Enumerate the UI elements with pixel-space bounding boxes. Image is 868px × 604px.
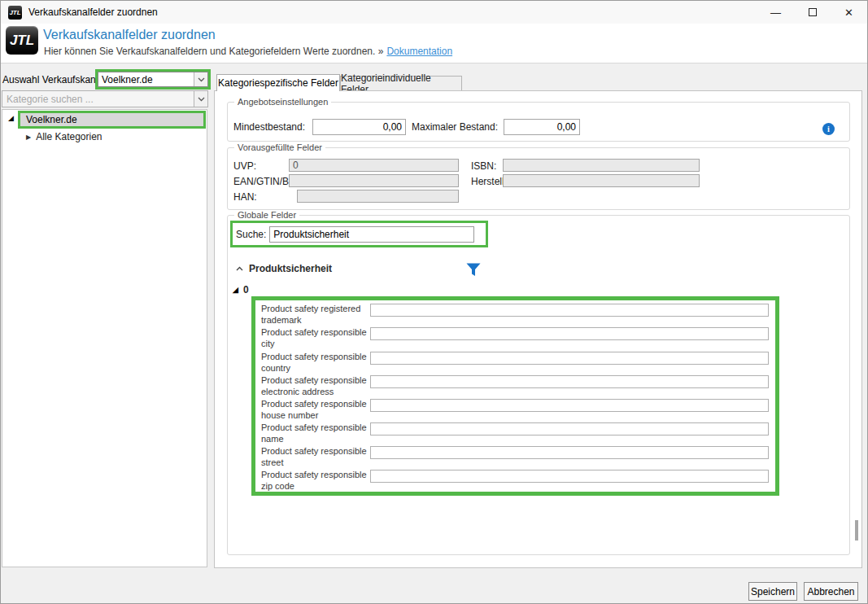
expanded-triangle-icon: ◢ <box>233 286 238 294</box>
field-row-responsible-country: Product safety responsible country <box>255 348 775 372</box>
section-produktsicherheit-label: Produktsicherheit <box>249 263 332 274</box>
isbn-label: ISBN: <box>471 160 496 172</box>
cancel-button[interactable]: Abbrechen <box>804 582 858 601</box>
product-safety-fields-highlight: Product safety registered trademark Prod… <box>251 296 779 496</box>
field-input-responsible-name[interactable] <box>370 422 769 435</box>
field-input-responsible-street[interactable] <box>370 446 769 459</box>
info-icon[interactable]: i <box>822 123 835 135</box>
field-input-responsible-zip-code[interactable] <box>370 470 769 483</box>
channel-dropdown-button[interactable] <box>194 72 207 86</box>
tree-collapsed-icon[interactable]: ▶ <box>26 133 31 141</box>
page-title: Verkaufskanalfelder zuordnen <box>43 28 216 42</box>
field-input-responsible-electronic-address[interactable] <box>370 375 769 388</box>
field-label: Product safety responsible country <box>261 351 373 374</box>
chevron-down-icon <box>198 97 205 102</box>
hersteller-input <box>503 174 700 187</box>
filter-icon[interactable] <box>466 263 481 277</box>
app-window: JTL Verkaufskanalfelder zuordnen — ✕ JTL… <box>0 0 868 604</box>
field-label: Product safety responsible city <box>261 326 373 350</box>
group-angebotseinstellungen-title: Angebotseinstellungen <box>234 97 331 107</box>
close-icon: ✕ <box>844 7 853 19</box>
window-title: Verkaufskanalfelder zuordnen <box>28 7 158 18</box>
header: JTL Verkaufskanalfelder zuordnen Hier kö… <box>1 24 867 63</box>
chevron-down-icon <box>198 77 205 82</box>
category-search-dropdown-button[interactable] <box>194 91 207 107</box>
ean-input <box>289 174 459 187</box>
minimize-icon: — <box>770 7 781 19</box>
category-tree: ◢ Voelkner.de ▶ Alle Kategorien <box>2 109 207 567</box>
section-produktsicherheit-header[interactable]: Produktsicherheit <box>236 263 332 274</box>
uvp-input <box>289 159 459 172</box>
isbn-input <box>503 159 700 172</box>
jtl-app-icon: JTL <box>8 6 22 20</box>
channel-select-combobox[interactable]: Voelkner.de <box>98 72 208 87</box>
field-label: Product safety responsible name <box>261 422 373 445</box>
category-search-input[interactable] <box>2 91 194 107</box>
group-globale-felder: Globale Felder Suche: Produktsicherheit … <box>227 215 850 555</box>
maximaler-bestand-label: Maximaler Bestand: <box>412 121 498 133</box>
jtl-logo: JTL <box>6 26 38 55</box>
tab-content-panel: Angebotseinstellungen Mindestbestand: Ma… <box>214 90 862 568</box>
documentation-link[interactable]: Dokumentation <box>386 46 452 57</box>
field-row-responsible-house-number: Product safety responsible house number <box>255 396 775 419</box>
tab-kategorieindividuelle-felder[interactable]: Kategorieindividuelle Felder <box>340 76 462 91</box>
group-angebotseinstellungen: Angebotseinstellungen Mindestbestand: Ma… <box>227 102 850 142</box>
minimize-button[interactable]: — <box>757 1 794 24</box>
field-label: Product safety registered trademark <box>261 303 373 326</box>
field-row-responsible-zip-code: Product safety responsible zip code <box>255 466 775 490</box>
page-subtitle: Hier können Sie Verkaufskanalfeldern und… <box>44 46 452 57</box>
channel-select-label: Auswahl Verkaufskanal: <box>2 74 106 85</box>
tree-item-alle-kategorien[interactable]: ▶ Alle Kategorien <box>26 131 103 142</box>
group-vorausgefuellte-felder: Vorausgefüllte Felder UVP: EAN/GTIN/Barc… <box>227 147 850 210</box>
field-input-responsible-city[interactable] <box>370 327 769 340</box>
uvp-label: UVP: <box>233 160 256 172</box>
tree-expanded-icon[interactable]: ◢ <box>8 114 14 122</box>
field-input-registered-trademark[interactable] <box>370 304 769 317</box>
field-row-responsible-city: Product safety responsible city <box>255 324 775 348</box>
section-zero-header[interactable]: ◢ 0 <box>233 284 249 295</box>
section-zero-label: 0 <box>243 284 249 295</box>
mindestbestand-label: Mindestbestand: <box>233 121 305 133</box>
suche-input[interactable] <box>269 226 474 243</box>
field-input-responsible-country[interactable] <box>370 352 769 365</box>
field-row-responsible-street: Product safety responsible street <box>255 443 775 466</box>
group-vorausgefuellte-felder-title: Vorausgefüllte Felder <box>234 142 325 152</box>
channel-select-highlight: Voelkner.de <box>95 69 211 90</box>
maximaler-bestand-input[interactable] <box>504 119 580 135</box>
tree-child-label: Alle Kategorien <box>36 131 102 142</box>
category-search-combobox[interactable] <box>2 90 208 107</box>
vertical-scrollbar-thumb[interactable] <box>855 520 858 541</box>
suche-label: Suche: <box>236 229 266 240</box>
suche-highlight: Suche: <box>230 221 488 247</box>
group-globale-felder-title: Globale Felder <box>234 210 299 220</box>
tab-kategoriespezifische-felder[interactable]: Kategoriespezifische Felder <box>216 74 340 91</box>
field-row-registered-trademark: Product safety registered trademark <box>255 300 775 324</box>
field-label: Product safety responsible house number <box>261 398 373 422</box>
field-label: Product safety responsible street <box>261 445 373 469</box>
field-input-responsible-house-number[interactable] <box>370 399 769 412</box>
collapse-chevron-icon <box>236 266 243 271</box>
subtitle-text: Hier können Sie Verkaufskanalfeldern und… <box>44 46 383 57</box>
field-label: Product safety responsible electronic ad… <box>261 374 373 398</box>
save-button[interactable]: Speichern <box>748 582 797 601</box>
mindestbestand-input[interactable] <box>312 119 406 135</box>
field-label: Product safety responsible zip code <box>261 469 373 492</box>
han-input <box>297 190 459 203</box>
close-button[interactable]: ✕ <box>831 1 867 24</box>
field-row-responsible-name: Product safety responsible name <box>255 419 775 443</box>
han-label: HAN: <box>233 191 257 203</box>
title-bar: JTL Verkaufskanalfelder zuordnen — ✕ <box>1 1 867 24</box>
channel-select-value: Voelkner.de <box>98 72 194 86</box>
tree-root-label: Voelkner.de <box>26 114 77 125</box>
tree-item-voelkner[interactable]: Voelkner.de <box>20 113 203 126</box>
maximize-button[interactable] <box>794 1 831 24</box>
field-row-responsible-electronic-address: Product safety responsible electronic ad… <box>255 372 775 396</box>
tree-root-highlight: Voelkner.de <box>18 111 206 129</box>
maximize-icon <box>809 8 817 16</box>
